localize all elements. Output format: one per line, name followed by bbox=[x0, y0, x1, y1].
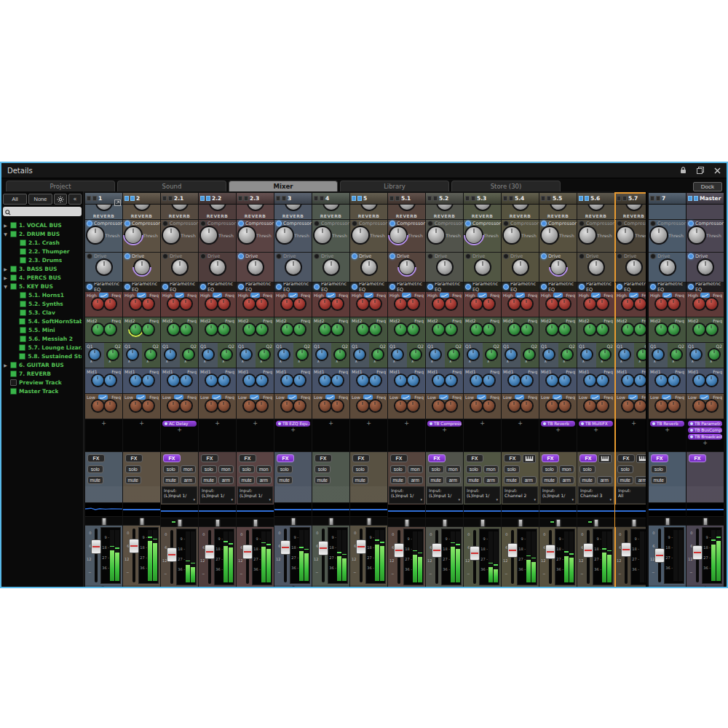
reverb-send-knob[interactable] bbox=[475, 205, 490, 210]
compressor-thresh-knob[interactable] bbox=[125, 227, 141, 243]
low-gain-knob[interactable] bbox=[357, 400, 368, 411]
q2-knob[interactable] bbox=[146, 349, 156, 360]
fader-track[interactable] bbox=[584, 529, 592, 585]
fader-cap[interactable] bbox=[507, 543, 518, 558]
arm-button[interactable]: arm bbox=[521, 476, 537, 484]
solo-button[interactable]: solo bbox=[542, 465, 558, 473]
track-enable-checkbox[interactable] bbox=[19, 318, 25, 325]
fader-cap[interactable] bbox=[129, 539, 139, 553]
high-gain-knob[interactable] bbox=[656, 298, 667, 309]
pan-handle[interactable] bbox=[101, 518, 106, 526]
drive-knob[interactable] bbox=[551, 260, 566, 274]
plugin-pill[interactable]: TB Compressor bbox=[427, 421, 462, 427]
drive-knob[interactable] bbox=[589, 260, 604, 274]
low-freq-knob[interactable] bbox=[706, 400, 717, 411]
compressor-thresh-knob[interactable] bbox=[390, 227, 406, 243]
mid1-freq-knob[interactable] bbox=[521, 375, 532, 386]
pan-handle[interactable] bbox=[555, 519, 561, 527]
eq-power-icon[interactable] bbox=[465, 284, 471, 290]
compressor-thresh-knob[interactable] bbox=[239, 227, 255, 243]
q1-knob[interactable] bbox=[430, 349, 440, 360]
reverb-send-knob[interactable] bbox=[589, 205, 604, 210]
fx-button[interactable]: FX bbox=[277, 454, 294, 462]
fader-track[interactable] bbox=[92, 527, 100, 584]
high-gain-knob[interactable] bbox=[433, 298, 444, 309]
eq-power-icon[interactable] bbox=[352, 284, 357, 290]
q1-knob[interactable] bbox=[620, 349, 630, 360]
arm-button[interactable]: arm bbox=[181, 476, 197, 484]
drive-knob[interactable] bbox=[135, 260, 149, 274]
compressor-thresh-knob[interactable] bbox=[201, 227, 217, 243]
channel-header[interactable]: 1 bbox=[85, 193, 122, 205]
add-plugin-button[interactable]: + bbox=[442, 427, 447, 432]
pan-slider[interactable] bbox=[502, 518, 539, 527]
fader-track[interactable] bbox=[546, 529, 554, 585]
tree-arrow-icon[interactable]: ▼ bbox=[3, 284, 8, 289]
tab-sound[interactable]: Sound bbox=[117, 181, 226, 191]
mute-button[interactable]: mute bbox=[163, 476, 179, 484]
dock-button[interactable]: Dock bbox=[693, 182, 722, 191]
fx-button[interactable]: FX bbox=[504, 454, 521, 462]
midi-keyboard-icon[interactable] bbox=[636, 454, 646, 463]
q1-knob[interactable] bbox=[90, 349, 100, 360]
fader-cap[interactable] bbox=[621, 542, 631, 557]
sidebar-item-6-guitar-bus[interactable]: ▶6. GUITAR BUS bbox=[3, 360, 82, 369]
mid1-freq-knob[interactable] bbox=[483, 375, 494, 386]
plugin-power-icon[interactable] bbox=[581, 422, 584, 425]
input-selector[interactable]: Input:(L)Input 1/▾ bbox=[540, 486, 576, 504]
mute-button[interactable]: mute bbox=[314, 476, 331, 484]
sidebar-item-5-2-synths[interactable]: 5.2. Synths bbox=[3, 299, 82, 308]
sidebar-item-2-drum-bus[interactable]: ▼2. DRUM BUS bbox=[3, 229, 82, 238]
mute-button[interactable]: mute bbox=[277, 476, 293, 484]
fader-cap[interactable] bbox=[167, 547, 177, 562]
solo-button[interactable]: solo bbox=[617, 465, 633, 473]
high-gain-knob[interactable] bbox=[282, 298, 293, 309]
compressor-thresh-knob[interactable] bbox=[617, 227, 633, 243]
low-gain-knob[interactable] bbox=[395, 400, 406, 411]
compressor-thresh-knob[interactable] bbox=[579, 227, 596, 243]
add-plugin-button[interactable]: + bbox=[480, 421, 485, 426]
fader-track[interactable] bbox=[167, 529, 175, 585]
track-enable-checkbox[interactable] bbox=[20, 336, 26, 342]
q2-knob[interactable] bbox=[448, 349, 459, 360]
fader-cap[interactable] bbox=[583, 543, 593, 558]
monitor-button[interactable]: mon bbox=[218, 465, 234, 473]
pan-slider[interactable] bbox=[577, 518, 614, 527]
compressor-power-icon[interactable] bbox=[238, 221, 244, 226]
eq-power-icon[interactable] bbox=[124, 284, 130, 290]
mid2-freq-knob[interactable] bbox=[332, 324, 343, 335]
fader-track[interactable] bbox=[655, 527, 663, 584]
high-gain-knob[interactable] bbox=[622, 298, 633, 309]
mid1-gain-knob[interactable] bbox=[244, 375, 255, 386]
drive-knob[interactable] bbox=[173, 260, 187, 274]
pan-handle[interactable] bbox=[442, 519, 447, 527]
fx-button[interactable]: FX bbox=[466, 454, 483, 462]
mid2-gain-knob[interactable] bbox=[433, 324, 444, 335]
q1-knob[interactable] bbox=[506, 349, 516, 360]
low-freq-knob[interactable] bbox=[105, 400, 116, 411]
eq-power-icon[interactable] bbox=[688, 284, 694, 290]
fx-button[interactable]: FX bbox=[239, 454, 256, 462]
sidebar-item-1-vocal-bus[interactable]: ▶1. VOCAL BUS bbox=[3, 221, 82, 229]
add-plugin-button[interactable]: + bbox=[404, 421, 409, 426]
q1-knob[interactable] bbox=[582, 349, 592, 360]
reverb-send-knob[interactable] bbox=[362, 205, 376, 210]
low-gain-knob[interactable] bbox=[622, 400, 633, 411]
mid1-gain-knob[interactable] bbox=[694, 375, 705, 386]
arm-button[interactable]: arm bbox=[408, 476, 424, 484]
high-gain-knob[interactable] bbox=[395, 298, 406, 309]
solo-button[interactable]: solo bbox=[277, 465, 293, 473]
fx-button[interactable]: FX bbox=[390, 454, 408, 462]
sidebar-item-5-4-softhornstabs[interactable]: 5.4. SoftHornStabs bbox=[3, 317, 82, 325]
channel-header[interactable]: 2.1 bbox=[161, 193, 198, 205]
pan-handle[interactable] bbox=[703, 518, 708, 526]
monitor-button[interactable]: mon bbox=[408, 465, 424, 473]
drive-power-icon[interactable] bbox=[465, 253, 471, 259]
mid2-gain-knob[interactable] bbox=[206, 324, 217, 335]
fader-cap[interactable] bbox=[91, 539, 101, 554]
q1-knob[interactable] bbox=[241, 349, 251, 360]
drive-power-icon[interactable] bbox=[427, 253, 433, 259]
pan-handle[interactable] bbox=[665, 518, 670, 526]
plugin-power-icon[interactable] bbox=[165, 422, 167, 425]
tab-library[interactable]: Library bbox=[340, 181, 449, 191]
